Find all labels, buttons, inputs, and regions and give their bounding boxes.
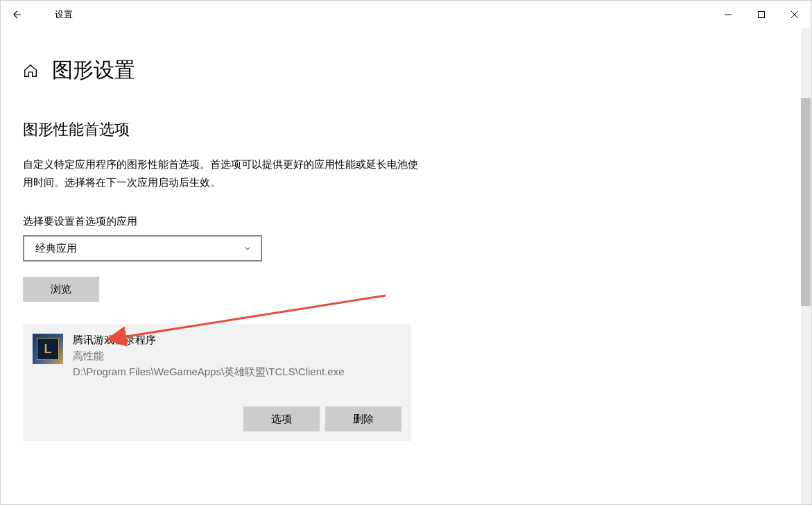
minimize-icon [724, 10, 732, 19]
description-text: 自定义特定应用程序的图形性能首选项。首选项可以提供更好的应用性能或延长电池使用时… [23, 155, 425, 191]
page-title: 图形设置 [52, 56, 135, 85]
titlebar-left: 设置 [1, 1, 73, 28]
close-button[interactable] [778, 1, 811, 28]
browse-button[interactable]: 浏览 [23, 277, 99, 302]
home-icon[interactable] [23, 63, 38, 78]
page-header: 图形设置 [23, 56, 811, 85]
vertical-scrollbar[interactable] [801, 28, 811, 504]
app-info: 腾讯游戏登录程序 高性能 D:\Program Files\WeGameApps… [73, 334, 401, 379]
window-title: 设置 [55, 8, 73, 21]
app-icon: L [33, 334, 63, 364]
maximize-icon [757, 10, 766, 19]
back-button[interactable] [1, 1, 34, 28]
window-controls [711, 1, 811, 28]
maximize-button[interactable] [745, 1, 778, 28]
app-buttons: 选项 删除 [33, 406, 401, 431]
close-icon [791, 10, 799, 19]
app-card: L 腾讯游戏登录程序 高性能 D:\Program Files\WeGameAp… [23, 324, 411, 441]
app-icon-inner: L [37, 338, 59, 360]
arrow-left-icon [11, 8, 24, 21]
app-type-dropdown[interactable]: 经典应用 [23, 235, 262, 262]
app-card-top: L 腾讯游戏登录程序 高性能 D:\Program Files\WeGameAp… [33, 334, 401, 379]
minimize-button[interactable] [711, 1, 745, 28]
content-area: 图形设置 图形性能首选项 自定义特定应用程序的图形性能首选项。首选项可以提供更好… [1, 28, 811, 505]
svg-rect-1 [759, 12, 765, 18]
app-name: 腾讯游戏登录程序 [73, 334, 401, 347]
delete-button[interactable]: 删除 [325, 406, 401, 431]
dropdown-value: 经典应用 [35, 242, 77, 255]
options-button[interactable]: 选项 [243, 406, 320, 431]
select-app-label: 选择要设置首选项的应用 [23, 215, 811, 228]
app-performance: 高性能 [73, 350, 401, 363]
section-heading: 图形性能首选项 [23, 119, 811, 140]
titlebar: 设置 [1, 1, 811, 28]
chevron-down-icon [243, 243, 252, 253]
scrollbar-thumb[interactable] [801, 98, 811, 306]
app-path: D:\Program Files\WeGameApps\英雄联盟\TCLS\Cl… [73, 366, 401, 379]
